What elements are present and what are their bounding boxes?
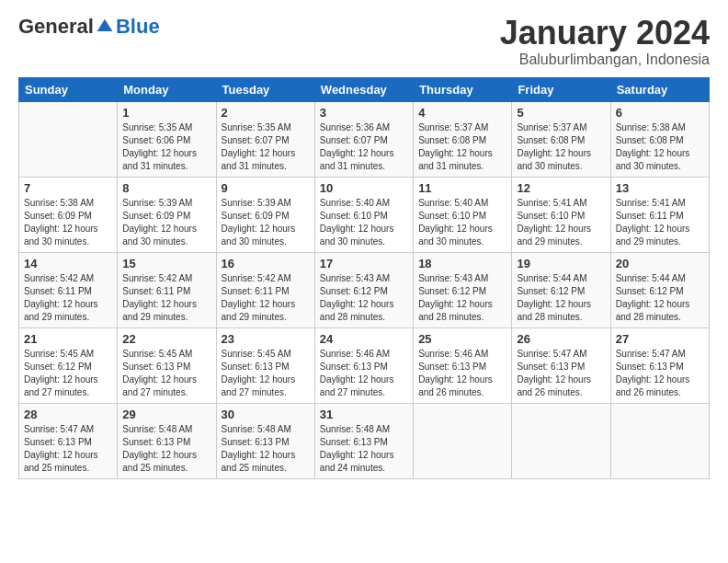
day-info: Sunrise: 5:39 AM Sunset: 6:09 PM Dayligh…: [122, 197, 210, 248]
day-cell: 27Sunrise: 5:47 AM Sunset: 6:13 PM Dayli…: [610, 327, 709, 403]
day-cell: 19Sunrise: 5:44 AM Sunset: 6:12 PM Dayli…: [512, 252, 610, 327]
day-cell: 30Sunrise: 5:48 AM Sunset: 6:13 PM Dayli…: [216, 403, 314, 478]
header-row: SundayMondayTuesdayWednesdayThursdayFrid…: [19, 77, 710, 101]
day-number: 20: [616, 257, 704, 270]
title-area: January 2024 Baluburlimbangan, Indonesia: [500, 15, 710, 68]
day-cell: 9Sunrise: 5:39 AM Sunset: 6:09 PM Daylig…: [216, 177, 314, 252]
day-cell: 25Sunrise: 5:46 AM Sunset: 6:13 PM Dayli…: [414, 327, 512, 403]
day-number: 17: [320, 257, 408, 270]
day-number: 31: [320, 408, 408, 421]
logo: General Blue: [18, 15, 160, 39]
day-number: 26: [517, 332, 605, 346]
day-number: 18: [418, 257, 506, 270]
day-info: Sunrise: 5:47 AM Sunset: 6:13 PM Dayligh…: [24, 423, 112, 475]
day-info: Sunrise: 5:47 AM Sunset: 6:13 PM Dayligh…: [616, 348, 704, 399]
header-day: Monday: [118, 77, 216, 101]
day-info: Sunrise: 5:43 AM Sunset: 6:12 PM Dayligh…: [418, 272, 506, 324]
day-number: 19: [517, 257, 605, 270]
day-number: 15: [122, 257, 210, 270]
day-cell: 4Sunrise: 5:37 AM Sunset: 6:08 PM Daylig…: [414, 101, 512, 177]
day-cell: 6Sunrise: 5:38 AM Sunset: 6:08 PM Daylig…: [610, 101, 709, 177]
day-cell: 15Sunrise: 5:42 AM Sunset: 6:11 PM Dayli…: [118, 252, 216, 327]
day-info: Sunrise: 5:36 AM Sunset: 6:07 PM Dayligh…: [320, 121, 408, 173]
day-info: Sunrise: 5:35 AM Sunset: 6:06 PM Dayligh…: [122, 121, 210, 173]
day-number: 3: [320, 106, 408, 120]
logo-general-text: General: [18, 15, 94, 39]
day-number: 7: [24, 181, 112, 195]
header-day: Wednesday: [314, 77, 413, 101]
day-info: Sunrise: 5:38 AM Sunset: 6:08 PM Dayligh…: [616, 121, 704, 173]
day-cell: 8Sunrise: 5:39 AM Sunset: 6:09 PM Daylig…: [118, 177, 216, 252]
day-cell: 23Sunrise: 5:45 AM Sunset: 6:13 PM Dayli…: [216, 327, 314, 403]
day-info: Sunrise: 5:39 AM Sunset: 6:09 PM Dayligh…: [222, 197, 310, 248]
day-number: 29: [122, 408, 210, 421]
header-day: Sunday: [19, 77, 118, 101]
day-info: Sunrise: 5:45 AM Sunset: 6:12 PM Dayligh…: [24, 348, 112, 399]
logo-blue-text: Blue: [116, 15, 160, 39]
day-number: 11: [418, 181, 506, 195]
day-info: Sunrise: 5:42 AM Sunset: 6:11 PM Dayligh…: [122, 272, 210, 324]
day-cell: [19, 101, 118, 177]
day-info: Sunrise: 5:44 AM Sunset: 6:12 PM Dayligh…: [517, 272, 605, 324]
day-cell: 5Sunrise: 5:37 AM Sunset: 6:08 PM Daylig…: [512, 101, 610, 177]
header: General Blue January 2024 Baluburlimbang…: [18, 15, 710, 68]
day-number: 27: [616, 332, 704, 346]
day-cell: 22Sunrise: 5:45 AM Sunset: 6:13 PM Dayli…: [118, 327, 216, 403]
day-cell: 2Sunrise: 5:35 AM Sunset: 6:07 PM Daylig…: [216, 101, 314, 177]
day-info: Sunrise: 5:41 AM Sunset: 6:10 PM Dayligh…: [517, 197, 605, 248]
day-number: 30: [222, 408, 310, 421]
day-number: 1: [122, 106, 210, 120]
day-info: Sunrise: 5:40 AM Sunset: 6:10 PM Dayligh…: [320, 197, 408, 248]
day-cell: 26Sunrise: 5:47 AM Sunset: 6:13 PM Dayli…: [512, 327, 610, 403]
calendar-title: January 2024: [500, 15, 710, 52]
day-number: 21: [24, 332, 112, 346]
page: General Blue January 2024 Baluburlimbang…: [0, 0, 728, 563]
week-row: 14Sunrise: 5:42 AM Sunset: 6:11 PM Dayli…: [19, 252, 710, 327]
day-number: 5: [517, 106, 605, 120]
day-number: 10: [320, 181, 408, 195]
day-number: 14: [24, 257, 112, 270]
day-info: Sunrise: 5:45 AM Sunset: 6:13 PM Dayligh…: [122, 348, 210, 399]
header-day: Saturday: [610, 77, 709, 101]
day-number: 6: [616, 106, 704, 120]
day-number: 28: [24, 408, 112, 421]
day-number: 22: [122, 332, 210, 346]
day-info: Sunrise: 5:44 AM Sunset: 6:12 PM Dayligh…: [616, 272, 704, 324]
day-cell: 1Sunrise: 5:35 AM Sunset: 6:06 PM Daylig…: [118, 101, 216, 177]
day-cell: 10Sunrise: 5:40 AM Sunset: 6:10 PM Dayli…: [314, 177, 413, 252]
logo-icon: [96, 17, 114, 36]
day-number: 4: [418, 106, 506, 120]
day-cell: 31Sunrise: 5:48 AM Sunset: 6:13 PM Dayli…: [314, 403, 413, 478]
week-row: 1Sunrise: 5:35 AM Sunset: 6:06 PM Daylig…: [19, 101, 710, 177]
day-info: Sunrise: 5:46 AM Sunset: 6:13 PM Dayligh…: [320, 348, 408, 399]
day-number: 13: [616, 181, 704, 195]
header-day: Tuesday: [216, 77, 314, 101]
day-cell: 21Sunrise: 5:45 AM Sunset: 6:12 PM Dayli…: [19, 327, 118, 403]
header-day: Thursday: [414, 77, 512, 101]
day-info: Sunrise: 5:47 AM Sunset: 6:13 PM Dayligh…: [517, 348, 605, 399]
day-number: 23: [222, 332, 310, 346]
day-info: Sunrise: 5:45 AM Sunset: 6:13 PM Dayligh…: [222, 348, 310, 399]
day-number: 16: [222, 257, 310, 270]
day-number: 9: [222, 181, 310, 195]
week-row: 7Sunrise: 5:38 AM Sunset: 6:09 PM Daylig…: [19, 177, 710, 252]
day-cell: [610, 403, 709, 478]
day-info: Sunrise: 5:37 AM Sunset: 6:08 PM Dayligh…: [418, 121, 506, 173]
day-info: Sunrise: 5:35 AM Sunset: 6:07 PM Dayligh…: [222, 121, 310, 173]
week-row: 21Sunrise: 5:45 AM Sunset: 6:12 PM Dayli…: [19, 327, 710, 403]
day-cell: 11Sunrise: 5:40 AM Sunset: 6:10 PM Dayli…: [414, 177, 512, 252]
day-cell: 18Sunrise: 5:43 AM Sunset: 6:12 PM Dayli…: [414, 252, 512, 327]
header-day: Friday: [512, 77, 610, 101]
day-cell: [414, 403, 512, 478]
calendar-subtitle: Baluburlimbangan, Indonesia: [500, 52, 710, 68]
day-cell: [512, 403, 610, 478]
day-cell: 13Sunrise: 5:41 AM Sunset: 6:11 PM Dayli…: [610, 177, 709, 252]
svg-marker-0: [97, 19, 113, 31]
day-number: 24: [320, 332, 408, 346]
day-cell: 3Sunrise: 5:36 AM Sunset: 6:07 PM Daylig…: [314, 101, 413, 177]
day-cell: 20Sunrise: 5:44 AM Sunset: 6:12 PM Dayli…: [610, 252, 709, 327]
day-number: 12: [517, 181, 605, 195]
calendar-table: SundayMondayTuesdayWednesdayThursdayFrid…: [18, 77, 710, 479]
day-info: Sunrise: 5:40 AM Sunset: 6:10 PM Dayligh…: [418, 197, 506, 248]
day-number: 8: [122, 181, 210, 195]
